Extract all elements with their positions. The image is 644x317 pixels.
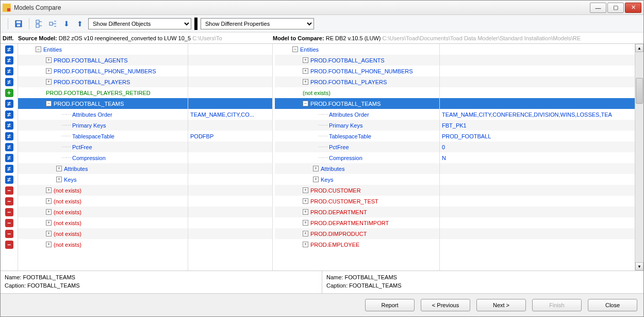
value-cell xyxy=(188,174,272,185)
dropdown-splitter[interactable] xyxy=(194,18,197,30)
expand-icon[interactable]: + xyxy=(303,187,308,193)
compare-tree-column[interactable]: −Entities+PROD.FOOTBALL_AGENTS+PROD.FOOT… xyxy=(275,44,440,271)
tree-row[interactable]: +PROD.EMPLOYEE xyxy=(275,239,439,250)
nav-down-icon[interactable]: ⬇ xyxy=(61,19,72,29)
scroll-down-icon[interactable]: ▼ xyxy=(635,262,643,271)
expand-icon[interactable]: + xyxy=(313,177,319,182)
value-cell xyxy=(440,196,635,207)
expand-icon[interactable]: + xyxy=(46,231,52,236)
tree-row[interactable]: +(not exists) xyxy=(18,207,188,217)
tree-collapse-icon[interactable] xyxy=(48,19,58,29)
tree-row[interactable]: +(not exists) xyxy=(18,239,188,250)
expand-icon[interactable]: + xyxy=(303,198,308,204)
value-cell: TEAM_NAME,CITY,CONFERENCE,DIVISION,WINS,… xyxy=(440,109,635,120)
tree-row[interactable]: +(not exists) xyxy=(18,185,188,196)
collapse-icon[interactable]: − xyxy=(292,46,298,52)
tree-row[interactable]: (not exists) xyxy=(275,87,439,98)
expand-icon[interactable]: + xyxy=(56,177,62,182)
nav-up-icon[interactable]: ⬆ xyxy=(75,19,85,29)
tree-row[interactable]: +(not exists) xyxy=(18,228,188,239)
filter-properties-dropdown[interactable]: Show Different Properties xyxy=(201,18,314,29)
expand-icon[interactable]: + xyxy=(46,242,52,247)
expand-icon[interactable]: + xyxy=(46,209,52,215)
tree-row[interactable]: ⋯⋯Attributes Order xyxy=(18,109,188,120)
finish-button[interactable]: Finish xyxy=(532,299,582,311)
tree-row[interactable]: +Keys xyxy=(275,174,439,185)
expand-icon[interactable]: + xyxy=(46,79,52,85)
tree-row[interactable]: −PROD.FOOTBALL_TEAMS xyxy=(275,98,439,109)
expand-icon[interactable]: + xyxy=(303,209,308,215)
tree-expand-icon[interactable] xyxy=(35,19,45,29)
tree-row[interactable]: +PROD.FOOTBALL_AGENTS xyxy=(18,55,188,66)
tree-row[interactable]: +PROD.CUSTOMER xyxy=(275,185,439,196)
expand-icon[interactable]: + xyxy=(303,57,308,63)
tree-row[interactable]: +PROD.FOOTBALL_PLAYERS xyxy=(18,76,188,87)
tree-row[interactable]: ⋯⋯Attributes Order xyxy=(275,109,439,120)
expand-icon[interactable]: + xyxy=(46,57,52,63)
tree-row[interactable]: PROD.FOOTBALL_PLAYERS_RETIRED xyxy=(18,87,188,98)
expand-icon[interactable]: + xyxy=(46,187,52,193)
collapse-icon[interactable]: − xyxy=(46,101,52,106)
report-button[interactable]: Report xyxy=(365,299,415,311)
tree-row[interactable]: +PROD.FOOTBALL_PLAYERS xyxy=(275,76,439,87)
tree-row[interactable]: +Keys xyxy=(18,174,188,185)
value-cell: TEAM_NAME,CITY,CO... xyxy=(188,109,272,120)
diff-column: ≠≠≠≠+≠≠≠≠≠≠≠≠−−−−−− xyxy=(1,44,18,271)
tree-row[interactable]: +Attributes xyxy=(18,163,188,174)
tree-row[interactable]: ⋯⋯Primary Keys xyxy=(275,120,439,131)
tree-label: Entities xyxy=(43,46,62,53)
tree-row[interactable]: ⋯⋯Compression xyxy=(275,152,439,163)
source-tree-column[interactable]: −Entities+PROD.FOOTBALL_AGENTS+PROD.FOOT… xyxy=(18,44,188,271)
value-cell xyxy=(188,239,272,250)
tree-row[interactable]: +PROD.DEPARTMENTIMPORT xyxy=(275,217,439,228)
tree-row[interactable]: ⋯⋯PctFree xyxy=(275,141,439,152)
close-button-footer[interactable]: Close xyxy=(588,299,637,311)
diff-badge: ≠ xyxy=(5,165,13,173)
tree-row[interactable]: ⋯⋯Primary Keys xyxy=(18,120,188,131)
minimize-button[interactable]: — xyxy=(590,3,606,13)
tree-row[interactable]: −PROD.FOOTBALL_TEAMS xyxy=(18,98,188,109)
value-cell: PROD_FOOTBALL xyxy=(440,131,635,141)
expand-icon[interactable]: + xyxy=(303,242,308,247)
expand-icon[interactable]: + xyxy=(46,220,52,226)
next-button[interactable]: Next > xyxy=(476,299,526,311)
tree-row[interactable]: +PROD.DEPARTMENT xyxy=(275,207,439,217)
save-icon[interactable] xyxy=(13,19,24,29)
tree-row[interactable]: −Entities xyxy=(18,44,188,55)
expand-icon[interactable]: + xyxy=(303,231,308,236)
tree-row[interactable]: ⋯⋯TablespaceTable xyxy=(275,131,439,141)
expand-icon[interactable]: + xyxy=(46,198,52,204)
tree-row[interactable]: ⋯⋯PctFree xyxy=(18,141,188,152)
collapse-icon[interactable]: − xyxy=(303,101,308,106)
tree-row[interactable]: ⋯⋯Compression xyxy=(18,152,188,163)
collapse-icon[interactable]: − xyxy=(36,46,41,52)
previous-button[interactable]: < Previous xyxy=(421,299,470,311)
expand-icon[interactable]: + xyxy=(56,166,62,171)
expand-icon[interactable]: + xyxy=(303,220,308,226)
expand-icon[interactable]: + xyxy=(303,68,308,74)
vertical-scrollbar[interactable]: ▲ ▼ xyxy=(635,44,643,271)
tree-row[interactable]: +Attributes xyxy=(275,163,439,174)
tree-row[interactable]: +(not exists) xyxy=(18,217,188,228)
tree-row[interactable]: +PROD.FOOTBALL_PHONE_NUMBERS xyxy=(18,66,188,76)
tree-row[interactable]: −Entities xyxy=(275,44,439,55)
scroll-up-icon[interactable]: ▲ xyxy=(635,44,643,52)
expand-icon[interactable]: + xyxy=(313,166,319,171)
column-headers: Diff. Source Model: DB2 zOS v10 reengine… xyxy=(1,33,643,44)
scroll-track[interactable] xyxy=(635,52,643,262)
value-cell xyxy=(440,174,635,185)
expand-icon[interactable]: + xyxy=(46,68,52,74)
tree-row[interactable]: +PROD.CUSTOMER_TEST xyxy=(275,196,439,207)
filter-objects-dropdown[interactable]: Show Different Objects xyxy=(88,18,191,29)
value-cell xyxy=(188,141,272,152)
tree-row[interactable]: +PROD.FOOTBALL_AGENTS xyxy=(275,55,439,66)
tree-row[interactable]: +(not exists) xyxy=(18,196,188,207)
expand-icon[interactable]: + xyxy=(303,79,308,85)
close-button[interactable]: ✕ xyxy=(625,3,641,13)
tree-row[interactable]: +PROD.DIMPRODUCT xyxy=(275,228,439,239)
tree-row[interactable]: +PROD.FOOTBALL_PHONE_NUMBERS xyxy=(275,66,439,76)
scroll-thumb[interactable] xyxy=(636,78,643,104)
tree-label: TablespaceTable xyxy=(329,133,371,139)
tree-row[interactable]: ⋯⋯TablespaceTable xyxy=(18,131,188,141)
maximize-button[interactable]: ▢ xyxy=(607,3,624,13)
